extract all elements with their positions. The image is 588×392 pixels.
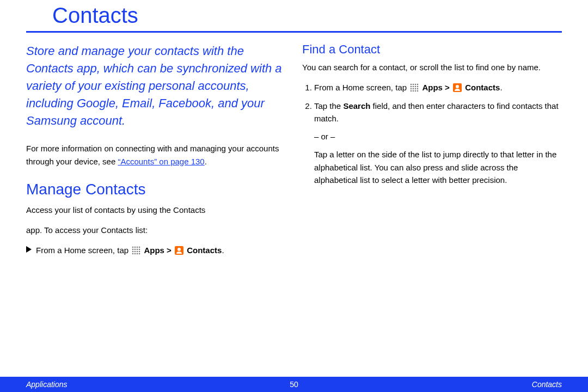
contacts-person-icon (175, 246, 183, 255)
svg-point-6 (137, 249, 138, 250)
or-separator: – or – (314, 130, 562, 143)
apps-grid-icon (132, 246, 140, 255)
svg-point-0 (132, 247, 134, 248)
find-step-2: Tap the Search field, and then enter cha… (314, 100, 562, 187)
svg-point-8 (132, 251, 134, 253)
accounts-link[interactable]: “Accounts” on page 130 (118, 157, 204, 166)
svg-point-27 (413, 88, 414, 90)
svg-point-18 (411, 84, 412, 85)
find-intro: You can search for a contact, or scroll … (302, 61, 562, 74)
svg-point-33 (417, 90, 419, 92)
find-step1-prefix: From a Home screen, tap (314, 83, 409, 92)
svg-point-4 (132, 249, 134, 250)
svg-point-17 (177, 248, 181, 251)
left-column: Store and manage your contacts with the … (26, 42, 286, 257)
manage-contacts-heading: Manage Contacts (26, 181, 286, 198)
svg-point-11 (139, 251, 140, 253)
footer-left: Applications (0, 380, 290, 389)
svg-point-10 (137, 251, 138, 253)
find-step2-a: Tap the (314, 101, 343, 111)
triangle-bullet-icon (26, 246, 32, 253)
svg-point-30 (411, 90, 412, 92)
svg-point-25 (417, 86, 419, 88)
svg-point-12 (132, 253, 134, 255)
manage-line-1: Access your list of contacts by using th… (26, 204, 286, 216)
step-prefix: From a Home screen, tap (36, 246, 131, 255)
svg-point-26 (411, 88, 412, 90)
find-steps: From a Home screen, tap Apps > Contacts.… (302, 81, 562, 186)
apps-label: Apps (422, 83, 443, 92)
svg-point-9 (134, 251, 136, 253)
page-title: Contacts (26, 0, 562, 33)
manage-step: From a Home screen, tap Apps > Contacts. (26, 244, 286, 256)
footer-right: Contacts (298, 380, 588, 389)
svg-point-13 (134, 253, 136, 255)
svg-point-2 (137, 247, 138, 248)
svg-point-31 (413, 90, 414, 92)
find-contact-heading: Find a Contact (302, 42, 562, 57)
intro-paragraph: Store and manage your contacts with the … (26, 42, 286, 129)
find-step-1: From a Home screen, tap Apps > Contacts. (314, 81, 562, 94)
search-word: Search (343, 101, 370, 111)
apps-label: Apps (144, 246, 164, 255)
contacts-label: Contacts (465, 83, 500, 92)
svg-point-19 (413, 84, 414, 85)
contacts-person-icon (453, 83, 462, 92)
gt-sep: > (443, 83, 452, 92)
svg-point-35 (456, 85, 459, 88)
manage-line-2: app. To access your Contacts list: (26, 224, 286, 236)
svg-point-20 (415, 84, 416, 85)
svg-point-7 (139, 249, 140, 250)
svg-point-22 (411, 86, 412, 88)
find-step1-suffix: . (500, 83, 502, 92)
svg-point-32 (415, 90, 416, 92)
step-suffix: . (222, 246, 224, 255)
svg-point-14 (137, 253, 138, 255)
svg-point-3 (139, 247, 140, 248)
gt-sep: > (164, 246, 174, 255)
contacts-label: Contacts (187, 246, 222, 255)
info-paragraph: For more information on connecting with … (26, 142, 286, 168)
svg-point-29 (417, 88, 419, 90)
info-text-suffix: . (205, 157, 207, 166)
svg-point-24 (415, 86, 416, 88)
apps-grid-icon (410, 83, 419, 92)
page-footer: Applications 50 Contacts (0, 377, 588, 392)
find-step2-c: Tap a letter on the side of the list to … (314, 148, 562, 186)
footer-page-number: 50 (290, 380, 298, 389)
svg-point-5 (134, 249, 136, 250)
svg-point-1 (134, 247, 136, 248)
content-columns: Store and manage your contacts with the … (0, 42, 588, 257)
svg-point-28 (415, 88, 416, 90)
manage-step-text: From a Home screen, tap Apps > Contacts. (36, 244, 224, 256)
page: Contacts Store and manage your contacts … (0, 0, 588, 392)
svg-point-21 (417, 84, 419, 85)
right-column: Find a Contact You can search for a cont… (302, 42, 562, 257)
svg-point-23 (413, 86, 414, 88)
svg-point-15 (139, 253, 140, 255)
